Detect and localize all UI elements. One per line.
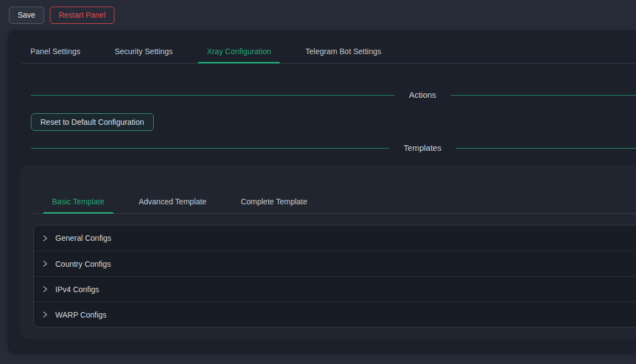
chevron-right-icon xyxy=(41,286,49,293)
tab-advanced-template[interactable]: Advanced Template xyxy=(130,197,216,213)
config-sections-collapse: General Configs Country Configs xyxy=(33,225,636,328)
tab-complete-template[interactable]: Complete Template xyxy=(232,197,316,213)
collapse-section-general-configs[interactable]: General Configs xyxy=(34,225,636,251)
reset-default-configuration-button[interactable]: Reset to Default Configuration xyxy=(31,113,154,131)
collapse-section-label: IPv4 Configs xyxy=(55,285,99,294)
settings-card: Panel Settings Security Settings Xray Co… xyxy=(8,30,636,354)
templates-divider-label: Templates xyxy=(404,143,441,153)
collapse-section-label: Country Configs xyxy=(55,260,111,268)
collapse-section-ipv4-configs[interactable]: IPv4 Configs xyxy=(34,276,636,302)
chevron-right-icon xyxy=(41,260,49,267)
templates-divider: Templates xyxy=(31,143,636,153)
xray-configuration-panel: Actions Reset to Default Configuration T… xyxy=(8,90,636,339)
toolbar: Save Restart Panel xyxy=(9,7,114,24)
save-button[interactable]: Save xyxy=(9,7,44,24)
tab-basic-template[interactable]: Basic Template xyxy=(43,197,113,213)
template-tab-bar: Basic Template Advanced Template Complet… xyxy=(33,165,636,214)
tab-security-settings[interactable]: Security Settings xyxy=(106,47,181,63)
tab-xray-configuration[interactable]: Xray Configuration xyxy=(198,47,280,63)
actions-divider: Actions xyxy=(31,90,636,100)
page: Save Restart Panel Panel Settings Securi… xyxy=(0,0,636,364)
settings-tab-bar: Panel Settings Security Settings Xray Co… xyxy=(22,30,636,64)
tab-panel-settings[interactable]: Panel Settings xyxy=(22,47,89,63)
tab-telegram-bot-settings[interactable]: Telegram Bot Settings xyxy=(296,47,390,63)
collapse-section-label: General Configs xyxy=(55,234,111,242)
actions-divider-label: Actions xyxy=(409,90,436,100)
chevron-right-icon xyxy=(41,311,49,318)
chevron-right-icon xyxy=(41,235,49,242)
collapse-section-country-configs[interactable]: Country Configs xyxy=(34,251,636,276)
collapse-section-label: WARP Configs xyxy=(55,310,107,319)
restart-panel-button[interactable]: Restart Panel xyxy=(50,7,114,24)
templates-card: Basic Template Advanced Template Complet… xyxy=(20,165,636,339)
collapse-section-warp-configs[interactable]: WARP Configs xyxy=(34,302,636,327)
